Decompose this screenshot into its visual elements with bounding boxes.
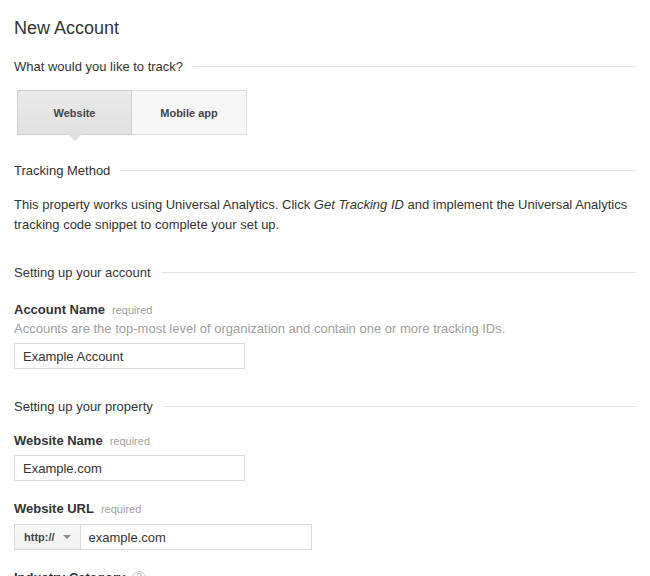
- website-url-row: http://: [14, 524, 636, 550]
- website-url-label-text: Website URL: [14, 501, 94, 516]
- website-url-label: Website URL required: [14, 501, 636, 516]
- divider: [161, 272, 636, 273]
- account-name-label: Account Name required: [14, 302, 636, 317]
- tracking-method-heading-label: Tracking Method: [14, 163, 110, 178]
- account-section-heading: Setting up your account: [14, 265, 636, 280]
- chevron-down-icon: [63, 535, 71, 539]
- website-name-input[interactable]: [14, 455, 245, 481]
- industry-category-label: Industry Category ?: [14, 570, 636, 576]
- tab-mobile-app[interactable]: Mobile app: [132, 90, 247, 135]
- website-url-required-tag: required: [101, 503, 141, 515]
- website-url-input[interactable]: [80, 524, 312, 550]
- website-name-label-text: Website Name: [14, 433, 103, 448]
- website-name-required-tag: required: [110, 435, 150, 447]
- divider: [193, 66, 636, 67]
- account-name-label-text: Account Name: [14, 302, 105, 317]
- website-name-label: Website Name required: [14, 433, 636, 448]
- track-type-tabs: Website Mobile app: [17, 90, 636, 135]
- page-title: New Account: [14, 18, 636, 39]
- divider: [120, 170, 636, 171]
- tab-website[interactable]: Website: [17, 90, 132, 135]
- tracking-method-description: This property works using Universal Anal…: [14, 195, 636, 235]
- track-section-heading-label: What would you like to track?: [14, 59, 183, 74]
- url-protocol-dropdown[interactable]: http://: [14, 524, 81, 550]
- url-protocol-value: http://: [24, 531, 55, 543]
- tab-website-label: Website: [54, 107, 96, 119]
- new-account-page: New Account What would you like to track…: [0, 0, 650, 576]
- get-tracking-id-text: Get Tracking ID: [314, 197, 404, 212]
- help-icon[interactable]: ?: [132, 571, 146, 576]
- property-section-heading-label: Setting up your property: [14, 399, 153, 414]
- divider: [163, 406, 636, 407]
- account-section-heading-label: Setting up your account: [14, 265, 151, 280]
- tracking-method-heading: Tracking Method: [14, 163, 636, 178]
- tab-mobile-app-label: Mobile app: [160, 107, 217, 119]
- account-name-input[interactable]: [14, 343, 245, 369]
- description-text-before: This property works using Universal Anal…: [14, 197, 314, 212]
- property-section-heading: Setting up your property: [14, 399, 636, 414]
- account-name-required-tag: required: [112, 304, 152, 316]
- account-name-helper-text: Accounts are the top-most level of organ…: [14, 321, 636, 336]
- industry-category-label-text: Industry Category: [14, 570, 125, 576]
- track-section-heading: What would you like to track?: [14, 59, 636, 74]
